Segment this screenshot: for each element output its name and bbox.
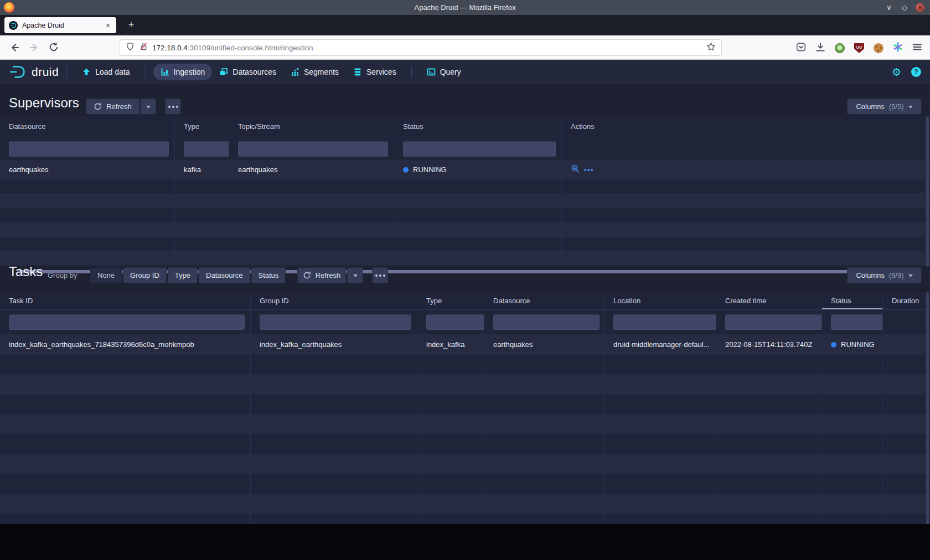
tasks-refresh-button[interactable]: Refresh (297, 267, 346, 283)
tasks-title: Tasks (9, 264, 43, 279)
supervisors-vertical-scrollbar[interactable] (926, 116, 929, 267)
connection-not-secure-icon[interactable] (140, 42, 148, 53)
downloads-icon[interactable] (815, 42, 825, 54)
search-detail-icon[interactable] (571, 164, 580, 175)
group-by-datasource-button[interactable]: Datasource (199, 267, 250, 283)
empty-table-row (0, 222, 930, 237)
empty-cell (883, 355, 930, 374)
minimize-icon[interactable]: ∨ (885, 3, 893, 12)
reload-icon[interactable] (49, 42, 59, 54)
empty-cell (251, 474, 417, 494)
supervisors-refresh-button[interactable]: Refresh (86, 98, 140, 115)
browser-tab[interactable]: Apache Druid × (4, 17, 116, 33)
nav-item-datasources[interactable]: Datasources (212, 64, 283, 80)
empty-cell (883, 414, 930, 434)
column-header[interactable]: Status (394, 116, 562, 137)
type-filter-input[interactable] (426, 314, 484, 330)
back-icon[interactable] (9, 42, 20, 55)
nav-item-segments[interactable]: Segments (283, 64, 346, 80)
supervisors-more-button[interactable] (165, 98, 181, 115)
column-header[interactable]: Topic/Stream (229, 116, 394, 137)
help-icon[interactable]: ? (911, 67, 921, 77)
asterisk-extension-icon[interactable] (893, 42, 903, 54)
group-by-none-button[interactable]: None (90, 267, 122, 283)
privacy-badger-icon[interactable] (835, 43, 845, 53)
group-by-type-button[interactable]: Type (168, 267, 198, 283)
column-header[interactable]: Task ID (0, 292, 251, 309)
firefox-window: Apache Druid — Mozilla Firefox ∨ ◇ × Apa… (0, 0, 930, 560)
column-header[interactable]: Group ID (251, 292, 417, 309)
topic-filter-input[interactable] (238, 141, 388, 157)
column-header[interactable]: Type (417, 292, 484, 309)
task-id-filter-input[interactable] (9, 314, 245, 330)
empty-cell (0, 355, 251, 374)
column-header[interactable]: Location (604, 292, 716, 309)
created-time-filter-input[interactable] (725, 314, 822, 330)
empty-cell (883, 514, 930, 524)
url-bar[interactable]: 172.18.0.4:30109/unified-console.html#in… (120, 39, 722, 56)
group-by-status-button[interactable]: Status (251, 267, 286, 283)
nav-item-load-data[interactable]: Load data (75, 64, 137, 80)
menu-hamburger-icon[interactable] (912, 42, 922, 54)
empty-cell (716, 414, 822, 434)
tracking-shield-icon[interactable] (126, 42, 135, 53)
group-id-filter-input[interactable] (260, 314, 411, 330)
nav-item-services[interactable]: Services (346, 64, 404, 80)
new-tab-button[interactable]: + (124, 19, 138, 31)
empty-cell (562, 237, 930, 251)
empty-cell (0, 514, 251, 524)
empty-cell (175, 208, 229, 222)
column-header[interactable]: Datasource (484, 292, 604, 309)
row-more-actions-icon[interactable] (587, 169, 590, 171)
supervisors-refresh-caret-button[interactable] (140, 98, 156, 115)
column-header-sorted[interactable]: Status (822, 292, 883, 309)
bookmark-star-icon[interactable] (706, 42, 716, 54)
maximize-icon[interactable]: ◇ (900, 3, 909, 12)
running-status-dot (403, 167, 409, 173)
url-text[interactable]: 172.18.0.4:30109/unified-console.html#in… (152, 44, 706, 52)
tab-close-icon[interactable]: × (104, 21, 112, 30)
ublock-origin-icon[interactable]: UO (854, 43, 864, 53)
location-filter-input[interactable] (613, 314, 716, 330)
nav-divider (145, 66, 146, 78)
empty-cell (417, 355, 484, 374)
datasource-filter-input[interactable] (493, 314, 600, 330)
status-filter-input[interactable] (403, 141, 556, 157)
cookie-extension-icon[interactable] (874, 43, 884, 53)
tasks-more-button[interactable] (372, 267, 388, 283)
type-filter-input[interactable] (184, 141, 229, 157)
status-filter-input[interactable] (831, 314, 883, 330)
column-header[interactable]: Created time (716, 292, 822, 309)
tasks-columns-button[interactable]: Columns (9/9) (847, 267, 922, 283)
column-header[interactable]: Duration (883, 292, 930, 309)
refresh-icon (94, 102, 102, 111)
nav-item-ingestion[interactable]: Ingestion (153, 64, 213, 80)
close-icon[interactable]: × (916, 3, 924, 12)
navigation-toolbar: 172.18.0.4:30109/unified-console.html#in… (0, 35, 930, 60)
column-header[interactable]: Type (175, 116, 229, 137)
empty-cell (716, 494, 822, 514)
settings-gear-icon[interactable]: ⚙ (892, 67, 901, 77)
empty-cell (394, 208, 562, 222)
empty-cell (251, 494, 417, 514)
datasource-filter-input[interactable] (9, 141, 169, 157)
empty-cell (822, 474, 883, 494)
druid-brand[interactable]: druid (9, 65, 59, 79)
nav-item-query[interactable]: Query (420, 64, 468, 80)
group-by-group-id-button[interactable]: Group ID (123, 267, 167, 283)
empty-cell (251, 414, 417, 434)
empty-cell (394, 251, 562, 265)
empty-cell (229, 237, 394, 251)
empty-cell (229, 251, 394, 265)
tasks-vertical-scrollbar[interactable] (926, 292, 929, 524)
empty-cell (716, 375, 822, 394)
supervisors-columns-button[interactable]: Columns (5/5) (847, 98, 922, 115)
column-header[interactable]: Datasource (0, 116, 175, 137)
column-header[interactable]: Actions (562, 116, 930, 137)
pocket-icon[interactable] (796, 42, 806, 54)
running-status-dot (831, 342, 836, 348)
forward-icon[interactable] (29, 42, 40, 55)
supervisor-row[interactable]: earthquakes kafka earthquakes RUNNING (0, 160, 930, 179)
tasks-refresh-caret-button[interactable] (347, 267, 363, 283)
task-row[interactable]: index_kafka_earthquakes_7184357396d6c0a_… (0, 335, 930, 355)
